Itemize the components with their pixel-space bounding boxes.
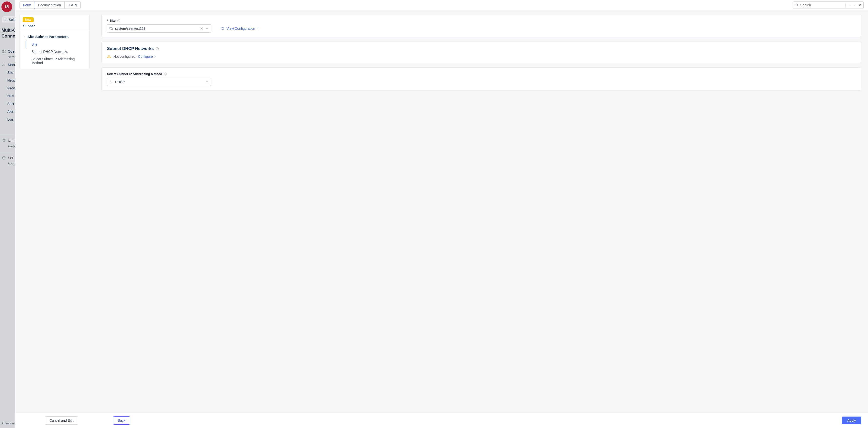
- form-nav-card: New Subnet Site Subnet Parameters Site S…: [20, 14, 90, 69]
- chevron-down-icon[interactable]: [205, 80, 209, 84]
- dhcp-section-title: Subnet DHCP Networks: [107, 46, 856, 51]
- info-icon[interactable]: [156, 47, 159, 51]
- site-select[interactable]: system/seantest123: [107, 24, 211, 33]
- back-button[interactable]: Back: [113, 416, 130, 425]
- eye-icon: [221, 27, 224, 30]
- new-badge: New: [23, 17, 34, 22]
- tree-group-title[interactable]: Site Subnet Parameters: [23, 34, 86, 41]
- panel-site: * Site system/seantest123 View Configura…: [101, 14, 861, 37]
- addressing-select-value: DHCP: [115, 80, 203, 84]
- tree-item-site[interactable]: Site: [26, 41, 86, 48]
- bell-icon: [2, 139, 6, 143]
- search-next-button[interactable]: [853, 3, 857, 7]
- chevron-right-icon: [257, 27, 260, 30]
- branch-icon: [109, 80, 113, 84]
- tree-item-addressing-method[interactable]: Select Subnet IP Addressing Method: [26, 55, 86, 66]
- chevron-right-icon: [154, 55, 157, 58]
- not-configured-text: Not configured: [113, 55, 135, 59]
- search-prev-button[interactable]: [848, 3, 852, 7]
- site-ref-icon: [109, 27, 113, 30]
- tab-json[interactable]: JSON: [65, 2, 81, 8]
- info-icon[interactable]: [164, 72, 167, 76]
- chevron-down-icon: [854, 4, 856, 7]
- modal-topbar: Form Documentation JSON: [15, 0, 868, 10]
- wrench-icon: [2, 63, 6, 67]
- modal-body: New Subnet Site Subnet Parameters Site S…: [15, 10, 868, 413]
- breadcrumb: Subnet: [20, 24, 90, 31]
- search-close-button[interactable]: [858, 3, 862, 7]
- close-icon: [859, 4, 861, 7]
- warning-icon: [107, 55, 111, 59]
- select-label: Sele: [9, 18, 16, 22]
- site-label-text: Site: [110, 19, 116, 23]
- configure-link[interactable]: Configure: [138, 55, 157, 59]
- info-icon: [2, 156, 6, 160]
- brand-logo: f5: [1, 1, 12, 12]
- search-input[interactable]: [800, 3, 843, 7]
- search-icon: [795, 3, 799, 7]
- svg-rect-1: [4, 50, 5, 51]
- svg-point-8: [222, 28, 223, 29]
- view-configuration-link[interactable]: View Configuration: [221, 27, 260, 30]
- svg-rect-0: [2, 50, 4, 51]
- modal-footer: Cancel and Exit Back Apply: [15, 413, 868, 428]
- addressing-field-label: Select Subnet IP Addressing Method: [107, 72, 856, 76]
- addressing-select[interactable]: DHCP: [107, 78, 211, 86]
- form-main: * Site system/seantest123 View Configura…: [90, 10, 868, 413]
- site-field-label: * Site: [107, 19, 856, 23]
- view-configuration-label: View Configuration: [226, 27, 255, 30]
- cancel-exit-button[interactable]: Cancel and Exit: [45, 416, 78, 425]
- not-configured-row: Not configured Configure: [107, 55, 856, 59]
- panel-addressing-method: Select Subnet IP Addressing Method DHCP: [101, 67, 861, 91]
- dashboard-icon: [2, 50, 6, 53]
- clear-icon[interactable]: [200, 27, 203, 30]
- grid-icon: [5, 19, 7, 21]
- chevron-down-icon[interactable]: [205, 27, 209, 30]
- form-nav-tree: Site Subnet Parameters Site Subnet DHCP …: [20, 31, 90, 66]
- svg-point-5: [796, 4, 798, 6]
- site-select-value: system/seantest123: [115, 27, 198, 30]
- search-box[interactable]: [793, 1, 864, 9]
- panel-dhcp-networks: Subnet DHCP Networks Not configured Conf…: [101, 42, 861, 63]
- required-mark: *: [107, 19, 108, 23]
- caret-right-icon: [23, 36, 26, 38]
- tab-form[interactable]: Form: [20, 1, 35, 9]
- svg-rect-3: [4, 52, 5, 53]
- apply-button[interactable]: Apply: [842, 417, 861, 424]
- svg-point-4: [2, 156, 5, 159]
- chevron-up-icon: [848, 4, 851, 7]
- addressing-label-text: Select Subnet IP Addressing Method: [107, 72, 162, 76]
- svg-rect-2: [2, 52, 4, 53]
- tab-documentation[interactable]: Documentation: [35, 2, 65, 8]
- tree-item-dhcp-networks[interactable]: Subnet DHCP Networks: [26, 48, 86, 55]
- view-mode-tabs: Form Documentation JSON: [20, 1, 81, 9]
- svg-rect-7: [110, 27, 112, 29]
- info-icon[interactable]: [117, 19, 120, 23]
- form-modal: Form Documentation JSON New Subnet: [15, 0, 868, 428]
